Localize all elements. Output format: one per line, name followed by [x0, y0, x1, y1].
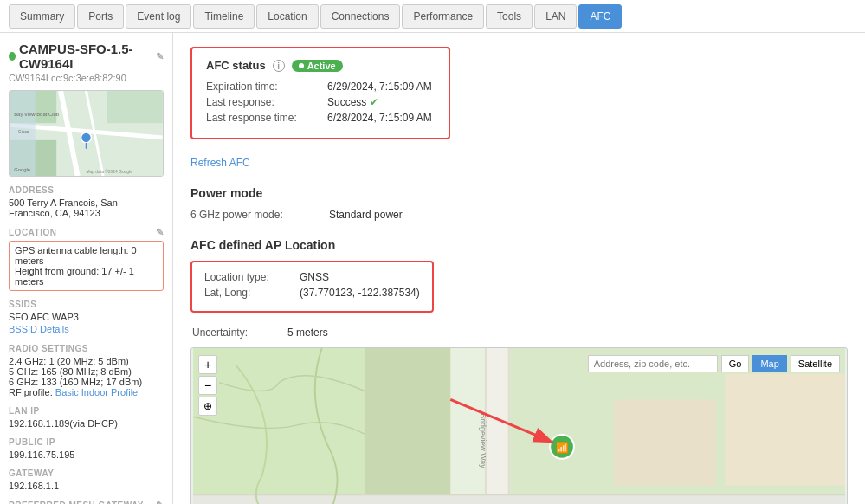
map-map-button[interactable]: Map	[752, 355, 786, 372]
svg-text:Bay View Boat Club: Bay View Boat Club	[14, 112, 60, 117]
power-mode-title: Power mode	[190, 186, 848, 200]
sidebar-public-ip-section: PUBLIC IP 199.116.75.195	[9, 437, 164, 460]
rf-profile: RF profile: Basic Indoor Profile	[9, 387, 164, 397]
sidebar-radio-section: RADIO SETTINGS 2.4 GHz: 1 (20 MHz; 5 dBm…	[9, 344, 164, 397]
app-container: Summary Ports Event log Timeline Locatio…	[0, 0, 865, 504]
radio-6: 6 GHz: 133 (160 MHz; 17 dBm)	[9, 377, 164, 387]
tab-ports[interactable]: Ports	[77, 4, 124, 29]
status-dot	[9, 52, 16, 61]
tab-afc[interactable]: AFC	[578, 4, 622, 29]
refresh-afc-link[interactable]: Refresh AFC	[190, 157, 250, 169]
afc-last-response-value: Success ✔	[327, 96, 378, 108]
nav-tabs: Summary Ports Event log Timeline Locatio…	[9, 4, 622, 29]
device-name-edit-icon[interactable]: ✎	[156, 51, 164, 62]
tab-timeline[interactable]: Timeline	[193, 4, 255, 29]
uncertainty-row: Uncertainty: 5 meters	[190, 326, 848, 339]
svg-rect-22	[725, 374, 845, 486]
afc-last-response-label: Last response:	[206, 96, 327, 108]
device-name: CAMPUS-SFO-1.5-CW9164I	[19, 42, 152, 71]
power-mode-row: 6 GHz power mode: Standard power	[190, 209, 848, 221]
success-checkmark-icon: ✔	[370, 96, 378, 108]
public-ip-label: PUBLIC IP	[9, 437, 164, 447]
afc-status-box: AFC status i Active Expiration time: 6/2…	[190, 47, 450, 139]
address-label: ADDRESS	[9, 185, 164, 195]
top-nav: Summary Ports Event log Timeline Locatio…	[0, 0, 865, 33]
radio-24: 2.4 GHz: 1 (20 MHz; 5 dBm)	[9, 356, 164, 366]
main-layout: CAMPUS-SFO-1.5-CW9164I ✎ CW9164I cc:9c:3…	[0, 33, 865, 504]
radio-5: 5 GHz: 165 (80 MHz; 8 dBm)	[9, 366, 164, 377]
sidebar-lan-section: LAN IP 192.168.1.189(via DHCP)	[9, 406, 164, 429]
afc-expiration-value: 6/29/2024, 7:15:09 AM	[327, 81, 432, 93]
location-type-label: Location type:	[204, 271, 300, 283]
tab-tools[interactable]: Tools	[486, 4, 533, 29]
crosshair-button[interactable]: ⊕	[198, 397, 217, 416]
sidebar-ssids-section: SSIDS SFO AFC WAP3 BSSID Details	[9, 300, 164, 335]
afc-expiration-row: Expiration time: 6/29/2024, 7:15:09 AM	[206, 81, 435, 93]
tab-connections[interactable]: Connections	[320, 4, 401, 29]
power-mode-value: Standard power	[329, 209, 403, 221]
svg-rect-17	[365, 348, 450, 504]
map-satellite-button[interactable]: Satellite	[791, 355, 840, 372]
afc-last-response-time-value: 6/28/2024, 7:15:09 AM	[327, 112, 432, 124]
lan-value: 192.168.1.189(via DHCP)	[9, 418, 164, 429]
address-value: 500 Terry A Francois, San Francisco, CA,…	[9, 197, 164, 218]
location-edit-icon[interactable]: ✎	[156, 227, 165, 238]
afc-status-section: AFC status i Active Expiration time: 6/2…	[190, 47, 848, 169]
svg-rect-21	[613, 399, 716, 485]
svg-rect-6	[107, 91, 163, 123]
tab-location[interactable]: Location	[256, 4, 318, 29]
bssid-details-link[interactable]: BSSID Details	[9, 324, 69, 334]
ssids-label: SSIDS	[9, 300, 164, 309]
device-model: CW9164I cc:9c:3e:e8:82:90	[9, 73, 164, 83]
svg-point-13	[81, 132, 92, 143]
map-go-button[interactable]: Go	[721, 355, 750, 372]
afc-last-response-time-label: Last response time:	[206, 112, 327, 124]
tab-eventlog[interactable]: Event log	[126, 4, 191, 29]
power-mode-label: 6 GHz power mode:	[190, 209, 329, 221]
location-type-row: Location type: GNSS	[204, 271, 420, 283]
map-search: Go Map Satellite	[588, 355, 840, 372]
svg-text:Google: Google	[14, 167, 30, 172]
uncertainty-value: 5 meters	[287, 326, 328, 339]
sidebar-map-thumbnail: Bay View Boat Club Cisco Google Map data…	[9, 90, 164, 177]
tab-lan[interactable]: LAN	[534, 4, 577, 29]
svg-text:Map data ©2024 Google: Map data ©2024 Google	[87, 169, 133, 174]
device-title: CAMPUS-SFO-1.5-CW9164I ✎	[9, 42, 164, 71]
power-mode-section: Power mode 6 GHz power mode: Standard po…	[190, 186, 848, 221]
gateway-value: 192.168.1.1	[9, 481, 164, 491]
lat-long-value: (37.770123, -122.387534)	[300, 287, 420, 299]
afc-last-response-row: Last response: Success ✔	[206, 96, 435, 108]
tab-performance[interactable]: Performance	[402, 4, 484, 29]
sidebar-mesh-section: PREFERRED MESH GATEWAY ✎ (Default)	[9, 500, 164, 504]
afc-location-section: AFC defined AP Location Location type: G…	[190, 238, 848, 504]
afc-last-response-time-row: Last response time: 6/28/2024, 7:15:09 A…	[206, 112, 435, 124]
svg-text:Bridgeview Way: Bridgeview Way	[479, 413, 487, 468]
rf-profile-link[interactable]: Basic Indoor Profile	[55, 387, 138, 397]
map-search-input[interactable]	[588, 355, 718, 372]
lat-long-label: Lat, Long:	[204, 287, 300, 299]
uncertainty-label: Uncertainty:	[192, 326, 287, 339]
afc-info-icon[interactable]: i	[273, 60, 285, 72]
sidebar-location-section: LOCATION ✎ GPS antenna cable length: 0 m…	[9, 227, 164, 291]
afc-status-title: AFC status	[206, 59, 266, 72]
svg-rect-16	[193, 348, 365, 504]
main-content: AFC status i Active Expiration time: 6/2…	[173, 33, 865, 504]
sidebar-address-section: ADDRESS 500 Terry A Francois, San Franci…	[9, 185, 164, 218]
mesh-edit-icon[interactable]: ✎	[156, 500, 165, 504]
location-label: LOCATION ✎	[9, 227, 164, 238]
afc-active-badge: Active	[292, 60, 343, 72]
svg-rect-24	[193, 495, 845, 504]
lan-label: LAN IP	[9, 406, 164, 416]
tab-summary[interactable]: Summary	[9, 4, 75, 29]
svg-rect-19	[487, 348, 508, 504]
afc-expiration-label: Expiration time:	[206, 81, 327, 93]
zoom-out-button[interactable]: −	[198, 376, 217, 395]
status-active-dot	[299, 63, 304, 68]
afc-status-header: AFC status i Active	[206, 59, 435, 72]
ssid-value: SFO AFC WAP3	[9, 312, 164, 322]
zoom-in-button[interactable]: +	[198, 355, 217, 374]
radio-label: RADIO SETTINGS	[9, 344, 164, 353]
location-value: GPS antenna cable length: 0 meters Heigh…	[9, 241, 164, 291]
sidebar-gateway-section: GATEWAY 192.168.1.1	[9, 468, 164, 491]
mesh-label: PREFERRED MESH GATEWAY ✎	[9, 500, 164, 504]
